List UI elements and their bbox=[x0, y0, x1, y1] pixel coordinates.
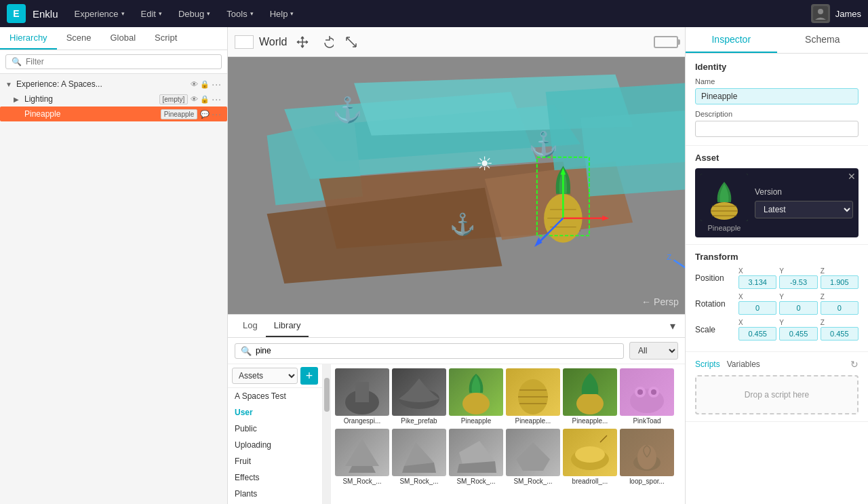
tab-inspector[interactable]: Inspector bbox=[686, 27, 777, 53]
user-info: James bbox=[811, 4, 861, 23]
viewport-color-swatch[interactable] bbox=[235, 35, 254, 49]
lib-item-plants[interactable]: Plants bbox=[228, 486, 322, 502]
asset-rock4[interactable]: SM_Rock_... bbox=[506, 429, 560, 486]
tab-variables[interactable]: Variables bbox=[727, 360, 760, 369]
asset-breadroll[interactable]: breadroll_... bbox=[563, 429, 617, 486]
svg-text:⚓: ⚓ bbox=[332, 95, 363, 124]
expand-panel-btn[interactable]: ▾ bbox=[667, 317, 678, 335]
asset-pike[interactable]: Pike_prefab bbox=[392, 368, 446, 426]
tab-scripts[interactable]: Scripts bbox=[695, 360, 720, 369]
lib-item-effects[interactable]: Effects bbox=[228, 469, 322, 486]
menu-help[interactable]: Help ▾ bbox=[263, 6, 301, 22]
scale-x-input[interactable] bbox=[738, 327, 776, 341]
move-tool-btn[interactable] bbox=[293, 33, 312, 52]
position-row: Position X Y Z bbox=[695, 267, 859, 289]
asset-rock3[interactable]: SM_Rock_... bbox=[449, 429, 503, 486]
script-drop-zone[interactable]: Drop a script here bbox=[695, 375, 859, 414]
scale-y-input[interactable] bbox=[779, 327, 817, 341]
menu-tools[interactable]: Tools ▾ bbox=[220, 6, 260, 22]
lib-category-wrap: Assets + bbox=[228, 364, 322, 388]
root-icons: 👁 🔒 ··· bbox=[191, 79, 222, 90]
identity-title: Identity bbox=[695, 62, 859, 72]
lib-item-uploading[interactable]: Uploading bbox=[228, 437, 322, 453]
asset-rock2[interactable]: SM_Rock_... bbox=[392, 429, 446, 486]
lib-item-fruit[interactable]: Fruit bbox=[228, 453, 322, 469]
tab-scene[interactable]: Scene bbox=[57, 27, 101, 50]
rotation-z-input[interactable] bbox=[821, 301, 859, 315]
root-label: Experience: A Spaces... bbox=[16, 79, 188, 89]
rotation-z-axis: Z bbox=[821, 293, 859, 301]
library-filter-select[interactable]: All 3D Script Image bbox=[629, 342, 678, 360]
rotate-tool-btn[interactable] bbox=[317, 33, 336, 52]
tree-root[interactable]: ▼ Experience: A Spaces... 👁 🔒 ··· bbox=[0, 77, 227, 92]
version-select[interactable]: Latest v1 v2 bbox=[755, 201, 853, 218]
rotation-row: Rotation X Y Z bbox=[695, 293, 859, 315]
rotation-label: Rotation bbox=[695, 299, 734, 309]
experience-arrow-icon: ▾ bbox=[121, 10, 125, 17]
menu-debug[interactable]: Debug ▾ bbox=[172, 6, 217, 22]
asset-orangespike[interactable]: Orangespi... bbox=[335, 368, 389, 426]
asset-pineapple2[interactable]: Pineapple... bbox=[563, 368, 617, 426]
filter-input[interactable] bbox=[26, 57, 216, 66]
tab-library[interactable]: Library bbox=[266, 315, 309, 337]
asset-spore[interactable]: loop_spor... bbox=[620, 429, 674, 486]
help-arrow-icon: ▾ bbox=[290, 10, 294, 17]
scale-z-input[interactable] bbox=[821, 327, 859, 341]
lib-item-user[interactable]: User bbox=[228, 404, 322, 421]
lighting-badge: [empty] bbox=[159, 94, 189, 104]
scale-label: Scale bbox=[695, 325, 734, 334]
asset-rock1[interactable]: SM_Rock_... bbox=[335, 429, 389, 486]
menu-edit[interactable]: Edit ▾ bbox=[134, 6, 169, 22]
rotation-y-input[interactable] bbox=[779, 301, 817, 315]
menu-experience[interactable]: Experience ▾ bbox=[68, 6, 132, 22]
tree-lighting[interactable]: ▶ Lighting [empty] 👁 🔒 ··· bbox=[0, 92, 227, 106]
svg-line-57 bbox=[600, 435, 607, 442]
tab-hierarchy[interactable]: Hierarchy bbox=[0, 27, 57, 50]
rotation-x-input[interactable] bbox=[738, 301, 776, 315]
library-search-bar: 🔍 bbox=[235, 343, 624, 359]
description-input[interactable] bbox=[695, 121, 859, 137]
asset-version-area: Version Latest v1 v2 bbox=[755, 187, 853, 218]
lighting-dots-icon[interactable]: ··· bbox=[212, 94, 222, 104]
left-tabs: Hierarchy Scene Global Script bbox=[0, 27, 227, 50]
svg-marker-54 bbox=[516, 442, 550, 471]
user-avatar bbox=[811, 4, 830, 23]
asset-pinktoad[interactable]: PinkToad bbox=[620, 368, 674, 426]
tab-log[interactable]: Log bbox=[235, 315, 266, 337]
dots-icon[interactable]: ··· bbox=[212, 79, 222, 90]
pineapple-dots-icon[interactable]: ··· bbox=[212, 109, 222, 119]
scripts-refresh-icon[interactable]: ↻ bbox=[850, 359, 859, 370]
library-search-input[interactable] bbox=[256, 346, 618, 355]
svg-point-46 bbox=[637, 389, 643, 395]
viewport-canvas[interactable]: ⚓ ⚓ ⚓ ☀ bbox=[228, 57, 685, 314]
viewport-area: World bbox=[228, 27, 685, 504]
name-label: Name bbox=[695, 77, 859, 85]
asset-pineapple[interactable]: Pineapple bbox=[449, 368, 503, 426]
tab-global[interactable]: Global bbox=[101, 27, 146, 50]
position-z-group: Z bbox=[821, 267, 859, 289]
edit-arrow-icon: ▾ bbox=[159, 10, 162, 17]
user-name: James bbox=[835, 9, 861, 19]
lib-item-aspaces[interactable]: A Spaces Test bbox=[228, 388, 322, 404]
asset-close-btn[interactable]: ✕ bbox=[848, 171, 856, 182]
position-y-input[interactable] bbox=[779, 275, 817, 289]
tree-pineapple[interactable]: Pineapple Pineapple 💬 ··· bbox=[0, 106, 227, 121]
sidebar-scrollbar[interactable] bbox=[323, 364, 331, 504]
position-x-input[interactable] bbox=[738, 275, 776, 289]
scripts-section: Scripts Variables ↻ Drop a script here bbox=[686, 352, 868, 422]
name-input[interactable] bbox=[695, 88, 859, 104]
scale-tool-btn[interactable] bbox=[342, 33, 361, 52]
scripts-header: Scripts Variables ↻ bbox=[695, 359, 859, 370]
tab-script[interactable]: Script bbox=[145, 27, 186, 50]
position-y-axis: Y bbox=[779, 267, 817, 275]
position-z-input[interactable] bbox=[821, 275, 859, 289]
rotation-x-axis: X bbox=[738, 293, 776, 301]
pineapple-chat-icon: 💬 bbox=[200, 110, 210, 119]
filter-search-icon: 🔍 bbox=[12, 57, 22, 66]
lib-category-select[interactable]: Assets bbox=[232, 368, 298, 384]
lib-item-public[interactable]: Public bbox=[228, 421, 322, 437]
svg-text:Z: Z bbox=[667, 253, 671, 261]
tab-schema[interactable]: Schema bbox=[777, 27, 869, 53]
asset-pineapple-body[interactable]: Pineapple... bbox=[506, 368, 560, 426]
lib-add-btn[interactable]: + bbox=[300, 367, 318, 385]
